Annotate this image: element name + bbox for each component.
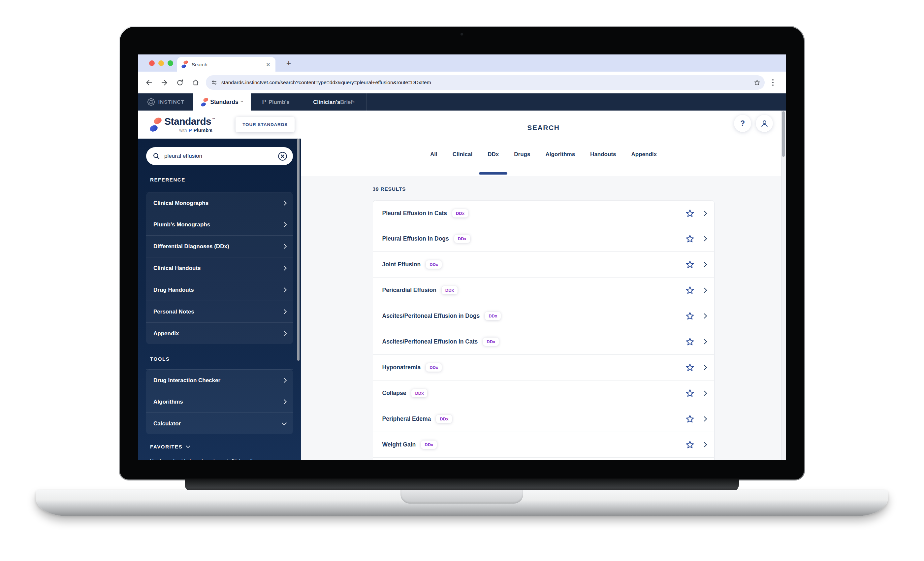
nav-plumbs[interactable]: P Plumb's <box>251 93 301 111</box>
favorite-star-button[interactable] <box>685 311 695 321</box>
tour-standards-button[interactable]: TOUR STANDARDS <box>236 117 295 132</box>
clear-search-button[interactable] <box>278 151 288 161</box>
favorite-star-button[interactable] <box>685 414 695 424</box>
sidebar-search-input[interactable]: pleural effusion <box>146 147 293 165</box>
sidebar-menu-item[interactable]: Differential Diagnoses (DDx) <box>146 235 293 257</box>
trademark-mark: ™ <box>240 101 243 104</box>
search-query-text: pleural effusion <box>164 153 278 159</box>
close-window-button[interactable] <box>149 60 155 66</box>
search-filter-tab[interactable]: DDx <box>488 151 499 158</box>
laptop-screen-bezel: Search <box>120 27 804 480</box>
sidebar-menu-item[interactable]: Drug Interaction Checker <box>146 369 293 391</box>
favorites-header[interactable]: FAVORITES <box>150 444 293 450</box>
browser-tab[interactable]: Search <box>177 57 276 72</box>
ddx-badge: DDx <box>452 209 468 218</box>
sidebar-menu-item[interactable]: Clinical Handouts <box>146 257 293 279</box>
chevron-right-icon <box>282 309 287 314</box>
result-row[interactable]: DDx <box>373 457 714 460</box>
sidebar-menu-item[interactable]: Algorithms <box>146 391 293 412</box>
tools-menu: Drug Interaction Checker Algorithms <box>146 369 293 434</box>
nav-cliniciansbrief[interactable]: Clinician'sBrief® <box>301 93 367 111</box>
result-row[interactable]: Ascites/Peritoneal Effusion in Cats DDx <box>373 329 714 354</box>
chevron-right-icon <box>282 287 287 293</box>
new-tab-button[interactable] <box>283 57 294 69</box>
result-row[interactable]: Peripheral Edema DDx <box>373 406 714 432</box>
result-row[interactable]: Hyponatremia DDx <box>373 354 714 380</box>
browser-menu-icon[interactable] <box>767 76 778 89</box>
desktop-stage: Search <box>0 0 924 561</box>
result-row[interactable]: Collapse DDx <box>373 380 714 406</box>
forward-button[interactable] <box>157 75 172 90</box>
back-button[interactable] <box>141 75 157 90</box>
nav-instinct[interactable]: INSTINCT <box>138 93 193 111</box>
zoom-window-button[interactable] <box>168 60 173 66</box>
tab-close-icon[interactable] <box>266 62 270 67</box>
search-filter-tab[interactable]: All <box>430 151 437 158</box>
sidebar-menu-item[interactable]: Personal Notes <box>146 301 293 322</box>
nav-standards-active[interactable]: Standards ™ <box>193 93 251 111</box>
ddx-badge: DDx <box>421 441 437 449</box>
results-list: Pleural Effusion in Cats DDx <box>373 200 714 460</box>
account-button[interactable] <box>756 115 773 132</box>
sidebar-scrollbar-thumb[interactable] <box>297 138 300 361</box>
search-filter-tab[interactable]: Algorithms <box>545 151 575 158</box>
chevron-right-icon <box>702 339 707 344</box>
clear-x-icon <box>278 151 288 161</box>
favorite-star-button[interactable] <box>685 388 695 398</box>
chevron-right-icon <box>282 266 287 271</box>
standards-logo-icon <box>150 117 162 132</box>
favorite-star-button[interactable] <box>685 440 695 450</box>
chevron-right-icon <box>702 211 707 216</box>
favorite-star-button[interactable] <box>685 362 695 372</box>
ddx-badge: DDx <box>436 415 452 423</box>
result-row[interactable]: Pleural Effusion in Cats DDx <box>373 200 714 226</box>
favorite-star-button[interactable] <box>685 286 695 295</box>
favorite-star-button[interactable] <box>685 337 695 346</box>
favorite-star-button[interactable] <box>685 234 695 244</box>
sidebar-menu-item[interactable]: Appendix <box>146 322 293 344</box>
page-scrollbar-thumb[interactable] <box>782 111 785 157</box>
favorite-star-button[interactable] <box>685 209 695 218</box>
reference-menu: Clinical Monographs Plumb's Monographs <box>146 192 293 344</box>
search-filter-tab[interactable]: Drugs <box>514 151 530 158</box>
trademark-mark: ™ <box>212 117 215 121</box>
chevron-down-icon <box>282 420 287 426</box>
page-body: Standards ™ with P Plumb's · T <box>138 111 786 460</box>
person-icon <box>760 119 769 128</box>
minimize-window-button[interactable] <box>158 60 164 66</box>
sidebar-menu-item[interactable]: Calculator <box>146 412 293 434</box>
page-scrollbar[interactable] <box>781 111 786 460</box>
result-row[interactable]: Weight Gain DDx <box>373 432 714 457</box>
star-icon <box>685 388 695 398</box>
help-button[interactable] <box>734 115 751 132</box>
result-row[interactable]: Joint Effusion DDx <box>373 251 714 277</box>
sidebar-panel: pleural effusion REFERENCE Clin <box>138 138 301 460</box>
result-title: Collapse <box>382 390 406 397</box>
result-row[interactable]: Pleural Effusion in Dogs DDx <box>373 226 714 251</box>
search-filter-tab[interactable]: Clinical <box>453 151 472 158</box>
nav-instinct-label: INSTINCT <box>158 99 184 105</box>
home-button[interactable] <box>188 75 203 90</box>
bookmark-star-icon[interactable] <box>753 79 761 86</box>
search-filter-tab[interactable]: Appendix <box>632 151 657 158</box>
sidebar-menu-item[interactable]: Clinical Monographs <box>146 192 293 214</box>
url-bar[interactable]: standards.instinctvet.com/search?content… <box>206 75 765 90</box>
reload-button[interactable] <box>172 75 188 90</box>
sidebar-menu-item[interactable]: Plumb's Monographs <box>146 214 293 235</box>
chevron-right-icon <box>702 262 707 267</box>
forward-arrow-icon <box>160 79 168 86</box>
nav-plumbs-label: Plumb's <box>268 99 290 105</box>
reference-section-label: REFERENCE <box>150 177 293 182</box>
results-section: 39 RESULTS Pleural Effusion in Cats DDx <box>373 176 714 460</box>
favorite-star-button[interactable] <box>685 260 695 269</box>
standards-favicon <box>182 60 188 68</box>
sidebar-menu-item[interactable]: Drug Handouts <box>146 279 293 301</box>
results-count: 39 RESULTS <box>373 186 714 192</box>
ddx-badge: DDx <box>454 235 470 243</box>
search-filter-tab[interactable]: Handouts <box>590 151 616 158</box>
result-row[interactable]: Pericardial Effusion DDx <box>373 277 714 303</box>
result-title: Joint Effusion <box>382 261 421 268</box>
site-settings-icon[interactable] <box>211 79 218 86</box>
result-row[interactable]: Ascites/Peritoneal Effusion in Dogs DDx <box>373 303 714 329</box>
instinct-brain-icon <box>147 98 155 106</box>
